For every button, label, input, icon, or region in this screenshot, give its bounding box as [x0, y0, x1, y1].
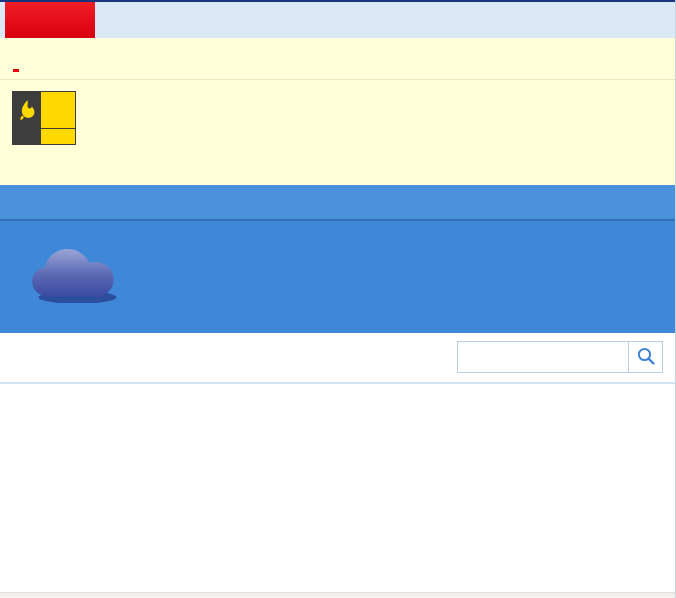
weather-page [0, 0, 676, 598]
top-nav [0, 0, 675, 38]
flame-icon [13, 92, 40, 128]
panel-body [0, 221, 675, 331]
city-weather-search [457, 341, 663, 373]
search-icon [636, 346, 656, 369]
wildfire-warning-badge [12, 91, 76, 145]
ten-day-forecast [0, 384, 675, 592]
forecast-tabs-row [0, 333, 675, 384]
temperature-chart [0, 484, 676, 592]
badge-type-en-label [41, 129, 75, 144]
overcast-cloud-icon [26, 233, 124, 307]
badge-level-label [13, 129, 40, 144]
footer-strip [0, 592, 675, 598]
fire-alert-section [0, 38, 675, 185]
panel-header [0, 185, 675, 221]
alert-header [0, 38, 675, 80]
alert-body [12, 91, 675, 145]
tab-warning-forecast[interactable] [5, 2, 95, 38]
search-button[interactable] [628, 342, 662, 372]
current-weather-panel [0, 185, 675, 333]
search-input[interactable] [458, 342, 628, 372]
badge-type-label [41, 92, 75, 128]
